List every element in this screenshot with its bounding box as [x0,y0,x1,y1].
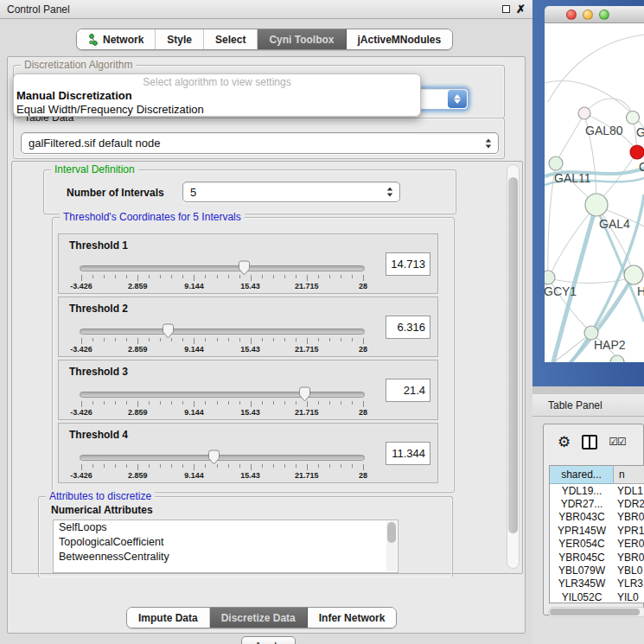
slider-ticks [80,464,365,470]
network-view-window[interactable]: GAL80GACGAL11GAL4GCY1HHAP2 [532,0,644,386]
threshold-slider[interactable] [80,265,365,271]
network-node[interactable] [549,156,563,170]
threshold-value-field[interactable]: 6.316 [386,316,430,339]
attribute-list-item[interactable]: TopologicalCoefficient [54,535,398,550]
algorithm-dropdown-popup: Select algorithm to view settings Manual… [13,73,421,117]
dropdown-item-manual-discretization[interactable]: Manual Discretization [14,89,420,103]
node-label: GAL11 [554,171,591,185]
table-row[interactable]: YDR27...YDR2 [550,497,644,510]
network-icon [88,34,99,46]
panel-divider [532,386,644,394]
list-scrollbar[interactable] [386,521,397,571]
network-node[interactable] [630,145,644,159]
bottom-tab-discretize-data[interactable]: Discretize Data [210,608,308,628]
node-label: GCY1 [545,284,577,298]
table-row[interactable]: YBR043CYBR0 [550,511,644,524]
threshold-slider[interactable] [80,392,365,398]
table-toolbar: ⚙ ☑☑ [544,424,643,459]
settings-scroll-panel: Interval Definition Number of Intervals … [11,161,523,574]
number-of-intervals-value: 5 [190,186,196,199]
table-panel-title: Table Panel [548,399,603,411]
slider-tick-labels: -3.4262.8599.14415.4321.71528 [80,345,365,354]
bottom-tab-infer-network[interactable]: Infer Network [308,608,397,628]
threshold-label: Threshold 1 [69,239,128,252]
network-node[interactable] [578,107,590,119]
attribute-list-item[interactable]: SelfLoops [54,520,398,535]
network-node[interactable] [610,355,624,362]
combo-stepper-icon[interactable] [386,187,393,197]
table-row[interactable]: YER054CYER0 [550,538,644,551]
network-node[interactable] [627,112,640,124]
table-row[interactable]: YBR045CYBR0 [550,551,644,564]
panel-scrollbar-thumb[interactable] [508,177,518,533]
minimize-window-icon[interactable] [583,10,593,20]
slider-thumb-icon[interactable] [207,450,220,465]
slider-thumb-icon[interactable] [238,260,251,276]
number-of-intervals-label: Number of Intervals [67,187,164,199]
table-data-group: Table Data galFiltered.sif default node [13,118,505,159]
slider-tick-labels: -3.4262.8599.14415.4321.71528 [80,471,365,481]
threshold-value-field[interactable]: 14.713 [386,252,430,276]
slider-thumb-icon[interactable] [162,323,175,339]
tab-network[interactable]: Network [77,29,156,49]
thresholds-title: Threshold's Coordinates for 5 Intervals [60,211,245,223]
slider-ticks [80,401,365,407]
number-of-intervals-combobox[interactable]: 5 [182,182,400,202]
slider-ticks [80,275,365,281]
interval-definition-title: Interval Definition [51,163,138,175]
gear-icon[interactable]: ⚙ [558,435,571,450]
dropdown-hint: Select algorithm to view settings [14,76,420,89]
split-columns-icon[interactable] [582,435,597,450]
interval-definition-group: Interval Definition Number of Intervals … [43,169,456,214]
tab-jactivemnodules[interactable]: jActiveMNodules [347,29,453,49]
tab-cyni-toolbox[interactable]: Cyni Toolbox [258,29,346,49]
table-data-combobox[interactable]: galFiltered.sif default node [21,132,499,154]
table-row[interactable]: YPR145WYPR1 [550,524,644,537]
column-header-name[interactable]: n [614,466,644,484]
close-window-icon[interactable] [566,10,577,20]
dropdown-item-equal-width[interactable]: Equal Width/Frequency Discretization [14,103,420,117]
threshold-value-field[interactable]: 21.4 [386,379,430,402]
panel-scrollbar[interactable] [507,164,520,569]
table-row[interactable]: YDL19...YDL1 [550,484,644,497]
float-window-icon[interactable] [502,5,510,13]
threshold-slider[interactable] [80,328,365,335]
network-node[interactable] [624,265,643,284]
combo-stepper-icon[interactable] [448,90,467,108]
threshold-panel-2: Threshold 2-3.4262.8599.14415.4321.71528… [58,296,438,357]
threshold-panel-4: Threshold 4-3.4262.8599.14415.4321.71528… [58,423,438,483]
node-label: C [639,160,644,174]
table-horizontal-scrollbar[interactable] [548,607,644,617]
tab-select[interactable]: Select [204,29,258,49]
numerical-attributes-label: Numerical Attributes [51,504,153,516]
threshold-slider[interactable] [80,455,365,461]
select-columns-icon[interactable]: ☑☑ [609,436,626,448]
slider-thumb-icon[interactable] [298,386,311,402]
attribute-list-item[interactable]: BetweennessCentrality [54,550,398,564]
tab-style[interactable]: Style [156,29,204,49]
bottom-tab-impute-data[interactable]: Impute Data [127,608,210,628]
numerical-attributes-list[interactable]: SelfLoopsTopologicalCoefficientBetweenne… [53,520,399,573]
network-node[interactable] [585,194,608,216]
network-node[interactable] [545,271,555,284]
column-header-shared-name[interactable]: shared... [550,466,614,484]
combo-stepper-icon[interactable] [485,138,492,149]
control-panel-body: Discretization Algorithm Select algorith… [7,56,526,634]
table-data-value: galFiltered.sif default node [29,137,160,150]
close-panel-icon[interactable]: ✗ [516,5,526,14]
table-row[interactable]: YLR345WYLR3 [550,577,644,590]
table-panel-body: ⚙ ☑☑ shared... n YDL19...YDL1YDR27...YDR… [532,417,644,644]
threshold-label: Threshold 2 [69,303,128,315]
table-scrollbar-thumb[interactable] [550,609,640,615]
control-panel-title: Control Panel [7,3,70,16]
thresholds-group: Threshold's Coordinates for 5 Intervals … [52,217,455,493]
node-label: H [637,284,644,298]
network-window-titlebar[interactable] [545,6,644,23]
table-row[interactable]: YIL052CYIL0 [550,590,644,603]
network-canvas[interactable]: GAL80GACGAL11GAL4GCY1HHAP2 [545,23,644,362]
apply-button[interactable]: Apply [241,636,296,644]
node-attribute-table[interactable]: shared... n YDL19...YDL1YDR27...YDR2YBR0… [549,465,644,603]
table-row[interactable]: YBL079WYBL0 [550,564,644,577]
threshold-value-field[interactable]: 11.344 [386,442,430,465]
zoom-window-icon[interactable] [599,10,609,20]
